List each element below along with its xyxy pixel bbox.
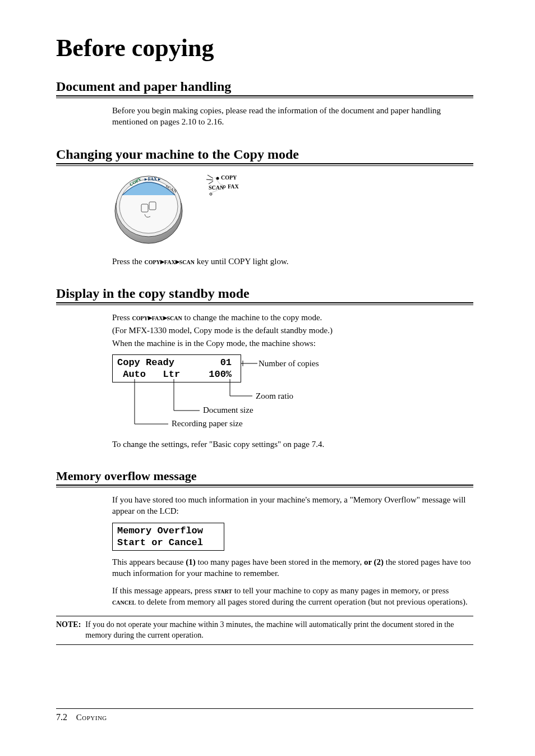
dial-illustration: COPY ▸ FAX ▸ SCAN (112, 173, 185, 246)
lcd-line: Copy Ready 01 (117, 357, 236, 368)
text: to delete from memory all pages stored d… (136, 597, 468, 606)
note-body: If you do not operate your machine withi… (85, 620, 473, 641)
para-overflow-2: This appears because (1) too many pages … (112, 556, 473, 579)
svg-line-12 (209, 181, 213, 184)
key-label: cancel (112, 598, 136, 606)
heading-doc-handling: Document and paper handling (56, 79, 473, 94)
rule (56, 163, 473, 166)
rule (56, 95, 473, 98)
svg-line-11 (206, 179, 213, 180)
caption-change-mode: Press the copy▸fax▸scan key until COPY l… (112, 256, 473, 268)
lcd-diagram: Copy Ready 01 Auto Ltr 100% Number of co… (112, 354, 473, 433)
note-label: NOTE: (56, 620, 81, 641)
text: Press (112, 313, 132, 322)
text: to tell your machine to copy as many pag… (232, 586, 449, 595)
svg-text:COPY: COPY (221, 174, 237, 181)
text-bold: (1) (186, 557, 196, 566)
text: Press the (112, 257, 145, 266)
note-block: NOTE: If you do not operate your machine… (56, 616, 473, 645)
page-title: Before copying (56, 34, 473, 62)
lcd-overflow: Memory Overflow Start or Cancel (112, 523, 224, 551)
para-display-1: Press copy▸fax▸scan to change the machin… (112, 312, 473, 324)
text: If this message appears, press (112, 586, 214, 595)
page-footer: 7.2 Copying (56, 708, 473, 722)
callout-recsize: Recording paper size (172, 419, 243, 428)
svg-text:SCAN: SCAN (209, 185, 224, 191)
para-overflow-1: If you have stored too much information … (112, 494, 473, 517)
callout-zoom: Zoom ratio (256, 391, 293, 401)
lcd-display: Copy Ready 01 Auto Ltr 100% (112, 354, 241, 383)
heading-change-mode: Changing your machine to the Copy mode (56, 147, 473, 162)
para-overflow-3: If this message appears, press start to … (112, 585, 473, 609)
footer-page-number: 7.2 (56, 712, 67, 722)
indicator-illustration: COPY FAX SCAN (201, 173, 251, 206)
heading-display-standby: Display in the copy standby mode (56, 286, 473, 301)
mode-diagram: COPY ▸ FAX ▸ SCAN COPY FAX SCAN (112, 173, 473, 246)
svg-line-10 (207, 175, 213, 178)
key-label: start (214, 587, 232, 595)
lcd-line: Start or Cancel (117, 537, 219, 548)
para-display-after: To change the settings, refer "Basic cop… (112, 439, 473, 450)
footer-chapter: Copying (76, 713, 107, 722)
callout-copies: Number of copies (259, 359, 319, 368)
heading-overflow: Memory overflow message (56, 469, 473, 483)
svg-text:FAX: FAX (228, 183, 239, 190)
rule (56, 485, 473, 487)
svg-text:▸ FAX ▸: ▸ FAX ▸ (144, 177, 161, 182)
para-display-3: When the machine is in the Copy mode, th… (112, 338, 473, 349)
svg-point-9 (216, 177, 219, 179)
rule (56, 302, 473, 305)
callout-docsize: Document size (203, 405, 253, 415)
text: to change the machine to the copy mode. (182, 313, 322, 322)
svg-point-16 (210, 193, 212, 195)
text: This appears because (112, 557, 186, 566)
para-doc-handling: Before you begin making copies, please r… (112, 105, 473, 128)
text: too many pages have been stored in the m… (196, 557, 364, 566)
para-display-2: (For MFX-1330 model, Copy mode is the de… (112, 325, 473, 336)
key-label: copy▸fax▸scan (145, 257, 195, 266)
text: key until COPY light glow. (195, 257, 289, 266)
lcd-line: Memory Overflow (117, 525, 219, 537)
text-bold: or (2) (364, 557, 384, 566)
key-label: copy▸fax▸scan (132, 314, 182, 322)
